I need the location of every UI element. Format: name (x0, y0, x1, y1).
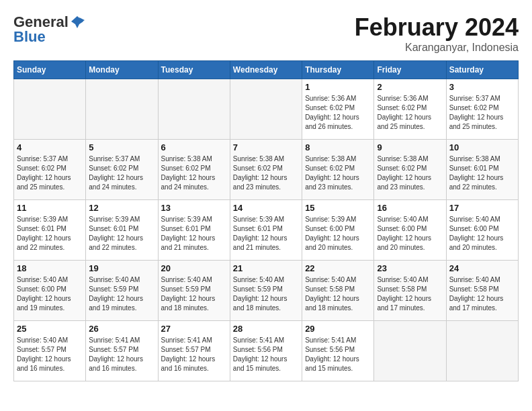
page-header: General Blue February 2024 Karanganyar, … (13, 13, 519, 54)
calendar-cell: 14Sunrise: 5:39 AM Sunset: 6:01 PM Dayli… (230, 200, 302, 261)
calendar-cell: 5Sunrise: 5:37 AM Sunset: 6:02 PM Daylig… (86, 140, 158, 200)
calendar-cell (158, 79, 230, 140)
header-friday: Friday (374, 61, 446, 79)
day-info: Sunrise: 5:40 AM Sunset: 6:00 PM Dayligh… (449, 215, 515, 253)
calendar-cell: 11Sunrise: 5:39 AM Sunset: 6:01 PM Dayli… (14, 200, 86, 261)
day-info: Sunrise: 5:38 AM Sunset: 6:02 PM Dayligh… (161, 154, 227, 192)
logo-bird-icon (70, 15, 85, 30)
day-number: 13 (161, 203, 227, 213)
header-tuesday: Tuesday (158, 61, 230, 79)
day-number: 24 (449, 263, 515, 273)
calendar-cell: 15Sunrise: 5:39 AM Sunset: 6:00 PM Dayli… (302, 200, 374, 261)
day-info: Sunrise: 5:40 AM Sunset: 6:00 PM Dayligh… (17, 275, 83, 313)
calendar-table: SundayMondayTuesdayWednesdayThursdayFrid… (13, 60, 519, 381)
day-info: Sunrise: 5:38 AM Sunset: 6:02 PM Dayligh… (377, 154, 443, 192)
calendar-cell: 2Sunrise: 5:36 AM Sunset: 6:02 PM Daylig… (374, 79, 446, 140)
calendar-cell: 18Sunrise: 5:40 AM Sunset: 6:00 PM Dayli… (14, 261, 86, 321)
header-monday: Monday (86, 61, 158, 79)
day-info: Sunrise: 5:41 AM Sunset: 5:57 PM Dayligh… (161, 336, 227, 373)
calendar-cell (230, 79, 302, 140)
calendar-cell: 10Sunrise: 5:38 AM Sunset: 6:01 PM Dayli… (446, 140, 518, 200)
calendar-cell: 9Sunrise: 5:38 AM Sunset: 6:02 PM Daylig… (374, 140, 446, 200)
week-row-0: 1Sunrise: 5:36 AM Sunset: 6:02 PM Daylig… (14, 79, 519, 140)
day-info: Sunrise: 5:40 AM Sunset: 5:59 PM Dayligh… (89, 275, 154, 313)
day-number: 5 (89, 142, 154, 152)
day-number: 15 (305, 203, 371, 213)
logo: General Blue (13, 13, 86, 46)
day-info: Sunrise: 5:39 AM Sunset: 6:00 PM Dayligh… (305, 215, 371, 253)
calendar-cell: 16Sunrise: 5:40 AM Sunset: 6:00 PM Dayli… (374, 200, 446, 261)
day-info: Sunrise: 5:37 AM Sunset: 6:02 PM Dayligh… (89, 154, 154, 192)
calendar-cell (446, 321, 518, 381)
calendar-cell: 27Sunrise: 5:41 AM Sunset: 5:57 PM Dayli… (158, 321, 230, 381)
day-info: Sunrise: 5:41 AM Sunset: 5:56 PM Dayligh… (305, 336, 371, 373)
day-info: Sunrise: 5:40 AM Sunset: 5:58 PM Dayligh… (305, 275, 371, 313)
week-row-2: 11Sunrise: 5:39 AM Sunset: 6:01 PM Dayli… (14, 200, 519, 261)
day-number: 12 (89, 203, 154, 213)
day-info: Sunrise: 5:36 AM Sunset: 6:02 PM Dayligh… (377, 94, 443, 132)
day-number: 9 (377, 142, 443, 152)
day-number: 1 (305, 82, 371, 92)
day-number: 20 (161, 263, 227, 273)
day-info: Sunrise: 5:39 AM Sunset: 6:01 PM Dayligh… (161, 215, 227, 253)
calendar-cell: 24Sunrise: 5:40 AM Sunset: 5:58 PM Dayli… (446, 261, 518, 321)
day-number: 3 (449, 82, 515, 92)
day-number: 23 (377, 263, 443, 273)
day-number: 11 (17, 203, 83, 213)
day-info: Sunrise: 5:38 AM Sunset: 6:01 PM Dayligh… (449, 154, 515, 192)
week-row-1: 4Sunrise: 5:37 AM Sunset: 6:02 PM Daylig… (14, 140, 519, 200)
calendar-cell (14, 79, 86, 140)
day-number: 18 (17, 263, 83, 273)
calendar-cell: 4Sunrise: 5:37 AM Sunset: 6:02 PM Daylig… (14, 140, 86, 200)
calendar-cell: 21Sunrise: 5:40 AM Sunset: 5:59 PM Dayli… (230, 261, 302, 321)
day-number: 21 (233, 263, 299, 273)
day-info: Sunrise: 5:37 AM Sunset: 6:02 PM Dayligh… (17, 154, 83, 192)
day-info: Sunrise: 5:39 AM Sunset: 6:01 PM Dayligh… (17, 215, 83, 253)
header-sunday: Sunday (14, 61, 86, 79)
calendar-header-row: SundayMondayTuesdayWednesdayThursdayFrid… (14, 61, 519, 79)
logo-blue: Blue (13, 28, 46, 46)
day-number: 4 (17, 142, 83, 152)
calendar-cell (86, 79, 158, 140)
calendar-cell: 13Sunrise: 5:39 AM Sunset: 6:01 PM Dayli… (158, 200, 230, 261)
day-number: 6 (161, 142, 227, 152)
day-number: 19 (89, 263, 154, 273)
day-number: 7 (233, 142, 299, 152)
day-number: 10 (449, 142, 515, 152)
header-saturday: Saturday (446, 61, 518, 79)
calendar-cell: 6Sunrise: 5:38 AM Sunset: 6:02 PM Daylig… (158, 140, 230, 200)
day-number: 25 (17, 324, 83, 334)
header-wednesday: Wednesday (230, 61, 302, 79)
calendar-cell: 28Sunrise: 5:41 AM Sunset: 5:56 PM Dayli… (230, 321, 302, 381)
day-number: 14 (233, 203, 299, 213)
day-info: Sunrise: 5:37 AM Sunset: 6:02 PM Dayligh… (449, 94, 515, 132)
calendar-cell: 22Sunrise: 5:40 AM Sunset: 5:58 PM Dayli… (302, 261, 374, 321)
day-info: Sunrise: 5:40 AM Sunset: 5:59 PM Dayligh… (161, 275, 227, 313)
calendar-cell: 19Sunrise: 5:40 AM Sunset: 5:59 PM Dayli… (86, 261, 158, 321)
calendar-cell: 29Sunrise: 5:41 AM Sunset: 5:56 PM Dayli… (302, 321, 374, 381)
day-number: 28 (233, 324, 299, 334)
day-info: Sunrise: 5:41 AM Sunset: 5:57 PM Dayligh… (89, 336, 154, 373)
calendar-cell (374, 321, 446, 381)
calendar-cell: 25Sunrise: 5:40 AM Sunset: 5:57 PM Dayli… (14, 321, 86, 381)
calendar-cell: 23Sunrise: 5:40 AM Sunset: 5:58 PM Dayli… (374, 261, 446, 321)
calendar-cell: 12Sunrise: 5:39 AM Sunset: 6:01 PM Dayli… (86, 200, 158, 261)
week-row-3: 18Sunrise: 5:40 AM Sunset: 6:00 PM Dayli… (14, 261, 519, 321)
day-number: 26 (89, 324, 154, 334)
day-number: 8 (305, 142, 371, 152)
calendar-title: February 2024 (355, 13, 519, 42)
title-section: February 2024 Karanganyar, Indonesia (355, 13, 519, 54)
header-thursday: Thursday (302, 61, 374, 79)
day-info: Sunrise: 5:39 AM Sunset: 6:01 PM Dayligh… (89, 215, 154, 253)
day-info: Sunrise: 5:40 AM Sunset: 5:59 PM Dayligh… (233, 275, 299, 313)
calendar-cell: 17Sunrise: 5:40 AM Sunset: 6:00 PM Dayli… (446, 200, 518, 261)
day-info: Sunrise: 5:36 AM Sunset: 6:02 PM Dayligh… (305, 94, 371, 132)
calendar-cell: 1Sunrise: 5:36 AM Sunset: 6:02 PM Daylig… (302, 79, 374, 140)
day-info: Sunrise: 5:39 AM Sunset: 6:01 PM Dayligh… (233, 215, 299, 253)
day-info: Sunrise: 5:40 AM Sunset: 5:57 PM Dayligh… (17, 336, 83, 373)
calendar-cell: 8Sunrise: 5:38 AM Sunset: 6:02 PM Daylig… (302, 140, 374, 200)
day-number: 2 (377, 82, 443, 92)
day-number: 22 (305, 263, 371, 273)
calendar-cell: 26Sunrise: 5:41 AM Sunset: 5:57 PM Dayli… (86, 321, 158, 381)
calendar-cell: 20Sunrise: 5:40 AM Sunset: 5:59 PM Dayli… (158, 261, 230, 321)
